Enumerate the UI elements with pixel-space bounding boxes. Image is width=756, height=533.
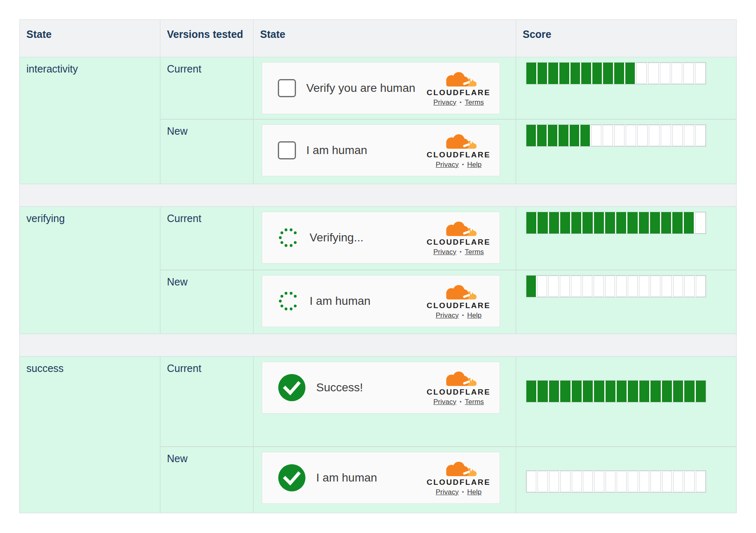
privacy-link[interactable]: Privacy bbox=[433, 398, 456, 406]
widget-links: Privacy • Terms bbox=[433, 98, 484, 107]
score-segment-empty bbox=[626, 125, 636, 146]
score-segment-empty bbox=[636, 63, 647, 84]
score-segment-filled bbox=[572, 381, 582, 402]
cloudflare-wordmark: CLOUDFLARE bbox=[427, 478, 491, 487]
score-segment-filled bbox=[559, 125, 568, 146]
score-segment-empty bbox=[684, 125, 694, 146]
widget-links: Privacy • Help bbox=[436, 488, 481, 496]
widget-links: Privacy • Terms bbox=[433, 398, 484, 406]
score-segment-empty bbox=[673, 276, 683, 297]
score-segment-filled bbox=[616, 212, 626, 234]
score-segment-filled bbox=[592, 63, 602, 84]
score-segment-filled bbox=[628, 381, 638, 402]
privacy-link[interactable]: Privacy bbox=[436, 161, 459, 169]
score-segment-empty bbox=[572, 471, 582, 492]
score-segment-filled bbox=[614, 63, 624, 84]
score-segment-empty bbox=[549, 471, 559, 492]
cloudflare-wordmark: CLOUDFLARE bbox=[427, 301, 491, 310]
score-segment-filled bbox=[594, 381, 604, 402]
widget-cell: Success! CLOUDFLARE Privacy • Terms bbox=[254, 357, 516, 447]
version-cell: Current bbox=[160, 357, 254, 447]
score-segment-filled bbox=[549, 212, 559, 234]
help-link[interactable]: Help bbox=[467, 311, 481, 320]
score-segment-empty bbox=[696, 276, 706, 297]
terms-link[interactable]: Terms bbox=[465, 248, 484, 256]
link-separator: • bbox=[462, 312, 464, 318]
terms-link[interactable]: Terms bbox=[465, 398, 484, 406]
score-segment-filled bbox=[684, 381, 694, 402]
score-segment-empty bbox=[683, 63, 694, 84]
cloudflare-brand: CLOUDFLARE Privacy • Terms bbox=[427, 220, 491, 256]
score-segment-empty bbox=[537, 276, 547, 297]
privacy-link[interactable]: Privacy bbox=[433, 98, 456, 107]
privacy-link[interactable]: Privacy bbox=[436, 311, 459, 320]
cloudflare-logo-icon bbox=[440, 134, 477, 149]
score-segment-empty bbox=[628, 471, 638, 492]
privacy-link[interactable]: Privacy bbox=[436, 488, 459, 496]
score-segment-empty bbox=[684, 276, 695, 297]
score-segment-empty bbox=[606, 471, 615, 492]
score-segment-empty bbox=[639, 276, 649, 297]
score-segment-empty bbox=[672, 125, 683, 146]
score-segment-filled bbox=[617, 381, 627, 402]
score-segment-empty bbox=[650, 471, 660, 492]
score-segment-empty bbox=[648, 63, 659, 84]
score-segment-filled bbox=[559, 63, 569, 84]
score-segment-filled bbox=[548, 63, 558, 84]
score-segment-empty bbox=[660, 63, 671, 84]
help-link[interactable]: Help bbox=[467, 488, 481, 496]
terms-link[interactable]: Terms bbox=[465, 98, 484, 107]
link-separator: • bbox=[462, 489, 464, 495]
score-cell bbox=[516, 207, 737, 270]
score-segment-empty bbox=[560, 471, 570, 492]
score-segment-empty bbox=[662, 471, 672, 492]
widget-label: I am human bbox=[306, 144, 367, 157]
score-segment-filled bbox=[526, 212, 536, 234]
score-segment-empty bbox=[594, 471, 604, 492]
privacy-link[interactable]: Privacy bbox=[433, 248, 456, 256]
header-score: Score bbox=[516, 20, 737, 57]
widget-cell: I am human CLOUDFLARE Privacy • Help bbox=[254, 119, 516, 184]
score-segment-filled bbox=[639, 381, 649, 402]
version-cell: New bbox=[160, 447, 254, 513]
score-segment-filled bbox=[603, 63, 613, 84]
table-row: success Current Success! CLOUDFLARE Priv… bbox=[20, 357, 737, 447]
state-label: verifying bbox=[26, 213, 65, 224]
cloudflare-brand: CLOUDFLARE Privacy • Help bbox=[427, 132, 491, 169]
score-segment-empty bbox=[538, 471, 547, 492]
score-segment-filled bbox=[625, 63, 635, 84]
score-segment-empty bbox=[695, 63, 706, 84]
link-separator: • bbox=[460, 249, 462, 255]
score-segment-filled bbox=[570, 125, 579, 146]
checkbox-icon[interactable] bbox=[278, 79, 296, 97]
score-segment-filled bbox=[538, 63, 547, 84]
score-segment-empty bbox=[594, 276, 604, 297]
score-segment-filled bbox=[662, 381, 672, 402]
score-bar bbox=[526, 212, 706, 234]
score-segment-empty bbox=[571, 276, 581, 297]
score-segment-filled bbox=[571, 212, 581, 234]
help-link[interactable]: Help bbox=[467, 161, 481, 169]
state-cell-interactivity: interactivity bbox=[20, 57, 160, 184]
score-segment-empty bbox=[616, 276, 627, 297]
version-cell: New bbox=[160, 119, 254, 184]
score-segment-empty bbox=[603, 125, 613, 146]
widget-label: I am human bbox=[310, 295, 371, 308]
table-row: verifying Current Verifying... CLOUDFLAR… bbox=[20, 207, 737, 270]
header-state: State bbox=[20, 20, 160, 57]
score-bar bbox=[526, 275, 706, 297]
cloudflare-brand: CLOUDFLARE Privacy • Help bbox=[427, 460, 491, 496]
version-cell: Current bbox=[160, 207, 254, 270]
score-cell bbox=[516, 447, 737, 513]
state-cell-success: success bbox=[20, 357, 160, 513]
score-segment-empty bbox=[591, 125, 601, 146]
state-cell-verifying: verifying bbox=[20, 207, 160, 334]
score-segment-empty bbox=[605, 276, 615, 297]
header-versions-tested: Versions tested bbox=[160, 20, 254, 57]
checkbox-icon[interactable] bbox=[278, 141, 296, 159]
cloudflare-wordmark: CLOUDFLARE bbox=[427, 388, 491, 397]
version-label: New bbox=[167, 125, 188, 137]
score-segment-empty bbox=[649, 125, 659, 146]
separator-row bbox=[20, 184, 737, 207]
score-segment-empty bbox=[671, 63, 682, 84]
